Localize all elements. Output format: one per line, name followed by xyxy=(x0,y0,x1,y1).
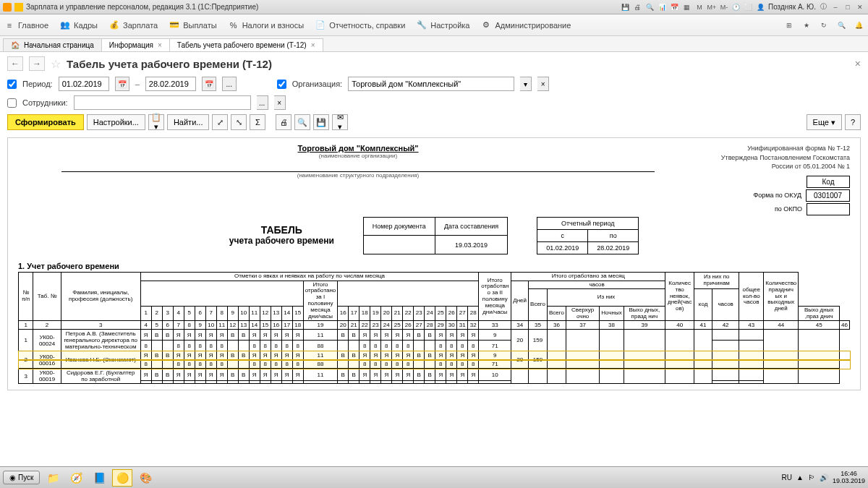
report: Торговый дом "Комплексный" (наименование… xyxy=(7,137,861,390)
save-button[interactable]: 💾 xyxy=(313,114,329,130)
min-icon[interactable]: – xyxy=(830,2,841,12)
menubar: ≡Главное 👥Кадры 💰Зарплата 💳Выплаты %Нало… xyxy=(0,14,868,36)
emp-label: Сотрудники: xyxy=(22,98,68,107)
time-icon[interactable]: 🕐 xyxy=(731,2,741,12)
bell-icon[interactable]: 🔔 xyxy=(854,20,864,30)
org-clear-button[interactable]: × xyxy=(537,77,549,91)
emp-checkbox[interactable] xyxy=(7,98,17,108)
okud-value: 0301007 xyxy=(806,189,850,202)
report-dept-sub: (наименование структурного подразделения… xyxy=(18,172,698,179)
section-title: 1. Учет рабочего времени xyxy=(18,262,850,270)
set-icon: 🔧 xyxy=(417,20,427,30)
menu-salary[interactable]: 💰Зарплата xyxy=(109,20,158,30)
task-app1[interactable]: 📁 xyxy=(43,469,63,487)
taskbar: ◉ Пуск 📁 🧭 📘 🟡 🎨 RU ▲ 🏳 🔊 16:4619.03.201… xyxy=(0,466,868,488)
org-input[interactable] xyxy=(348,77,514,91)
staff-icon: 👥 xyxy=(60,20,70,30)
period-more-button[interactable]: ... xyxy=(222,77,237,91)
sum-button[interactable]: Σ xyxy=(250,114,265,130)
hist-icon[interactable]: ↻ xyxy=(819,20,829,30)
menu-main[interactable]: ≡Главное xyxy=(4,20,48,30)
search-icon[interactable]: 🔍 xyxy=(836,20,846,30)
okpo-label: по ОКПО xyxy=(775,205,802,213)
menu-admin[interactable]: ⚙Администрирование xyxy=(481,20,571,30)
page-close-icon[interactable]: × xyxy=(855,58,861,69)
print-icon[interactable]: 🖨 xyxy=(633,2,643,12)
org-checkbox[interactable] xyxy=(277,80,286,89)
admin-icon: ⚙ xyxy=(481,20,491,30)
link-icon[interactable]: 🔍 xyxy=(645,2,655,12)
print-button[interactable]: 🖨 xyxy=(276,114,292,130)
app-title: Зарплата и управление персоналом, редакц… xyxy=(26,3,258,11)
tray-vol-icon[interactable]: 🔊 xyxy=(820,474,828,481)
max-icon[interactable]: □ xyxy=(843,2,853,12)
win-icon[interactable]: ⬜ xyxy=(744,2,754,12)
menu-staff[interactable]: 👥Кадры xyxy=(60,20,98,30)
save-icon[interactable]: 💾 xyxy=(621,2,631,12)
fwd-button[interactable]: → xyxy=(29,56,45,71)
cal-from-button[interactable]: 📅 xyxy=(115,77,129,91)
grid-icon[interactable]: ▦ xyxy=(682,2,692,12)
tab-home[interactable]: 🏠 Начальная страница xyxy=(3,38,102,51)
emp-more-button[interactable]: ... xyxy=(257,95,268,110)
period-label: Период: xyxy=(22,80,53,88)
help-button[interactable]: ? xyxy=(845,114,861,130)
task-app3[interactable]: 📘 xyxy=(89,469,109,487)
org-dd-button[interactable]: ▾ xyxy=(520,77,532,91)
task-app5[interactable]: 🎨 xyxy=(135,469,156,487)
menu-settings[interactable]: 🔧Настройка xyxy=(417,20,469,30)
tray-flag-icon[interactable]: 🏳 xyxy=(808,474,815,481)
start-button[interactable]: ◉ Пуск xyxy=(3,471,40,484)
m-icon[interactable]: M xyxy=(694,2,705,12)
folder-icon xyxy=(14,3,23,12)
timesheet-table: № п/пТаб. №Фамилия, инициалы, профессия … xyxy=(18,272,850,385)
star-icon[interactable]: ☆ xyxy=(51,57,61,71)
menu-taxes[interactable]: %Налоги и взносы xyxy=(229,20,305,30)
tab-close-icon[interactable]: × xyxy=(158,41,162,49)
task-app4[interactable]: 🟡 xyxy=(112,469,132,487)
code-label: Код xyxy=(807,176,850,188)
titlebar: Зарплата и управление персоналом, редакц… xyxy=(0,0,868,14)
rep-icon: 📄 xyxy=(315,20,326,30)
preview-button[interactable]: 🔍 xyxy=(294,114,310,130)
report-title2: учета рабочего времени xyxy=(229,236,334,246)
mplus-icon[interactable]: M+ xyxy=(707,2,717,12)
collapse-button[interactable]: ⤡ xyxy=(231,114,247,130)
menu-reports[interactable]: 📄Отчетность, справки xyxy=(315,20,405,30)
more-button[interactable]: Еще ▾ xyxy=(807,114,842,130)
user-icon: 👤 xyxy=(756,2,766,12)
form-id: Унифицированная форма № Т-12 xyxy=(698,144,850,153)
mminus-icon[interactable]: M- xyxy=(719,2,729,12)
user-name: Поздняк А. Ю. xyxy=(768,3,816,11)
approved: Утверждена Постановлением Госкомстата xyxy=(698,153,850,163)
tab-close-icon[interactable]: × xyxy=(311,41,315,49)
cal-to-button[interactable]: 📅 xyxy=(202,77,216,91)
settings-button[interactable]: Настройки... xyxy=(87,114,145,130)
info-icon[interactable]: ⓘ xyxy=(818,2,828,12)
date-from-input[interactable] xyxy=(59,77,109,91)
expand-button[interactable]: ⤢ xyxy=(212,114,228,130)
period-checkbox[interactable] xyxy=(7,80,17,89)
find-button[interactable]: Найти... xyxy=(167,114,210,130)
tab-t12[interactable]: Табель учета рабочего времени (Т-12) × xyxy=(169,38,323,51)
fav-icon[interactable]: ★ xyxy=(801,20,812,30)
report-org-sub: (наименование организации) xyxy=(18,153,698,159)
close-icon[interactable]: ✕ xyxy=(855,2,865,12)
back-button[interactable]: ← xyxy=(7,56,23,71)
mail-button[interactable]: ✉▾ xyxy=(332,114,348,130)
emp-input[interactable] xyxy=(74,95,251,110)
variant-button[interactable]: 📋▾ xyxy=(148,114,164,130)
clock[interactable]: 16:4619.03.2019 xyxy=(833,471,865,485)
menu-payments[interactable]: 💳Выплаты xyxy=(169,20,216,30)
tray-icon[interactable]: ▲ xyxy=(796,474,804,481)
page: ← → ☆ Табель учета рабочего времени (Т-1… xyxy=(0,52,868,466)
date-to-input[interactable] xyxy=(145,77,196,91)
task-app2[interactable]: 🧭 xyxy=(66,469,86,487)
apps-icon[interactable]: ⊞ xyxy=(784,20,794,30)
lang-indicator[interactable]: RU xyxy=(782,474,792,481)
emp-clear-button[interactable]: × xyxy=(274,95,286,110)
calc-icon[interactable]: 📊 xyxy=(658,2,668,12)
cal-icon[interactable]: 📅 xyxy=(670,2,680,12)
tab-info[interactable]: Информация × xyxy=(101,38,170,51)
generate-button[interactable]: Сформировать xyxy=(7,114,84,130)
